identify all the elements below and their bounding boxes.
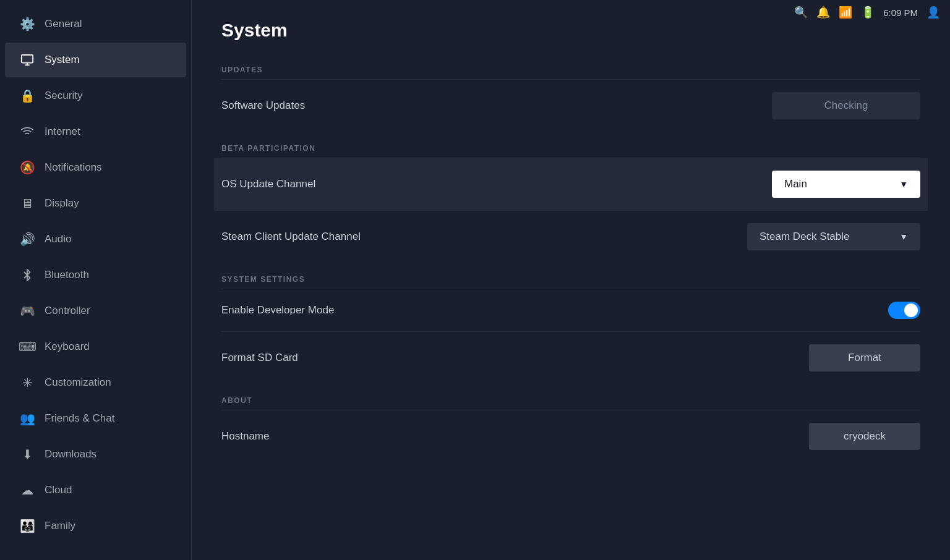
sidebar-item-label: Display [45, 197, 79, 210]
friends-icon: 👥 [20, 411, 35, 426]
page-title: System [221, 20, 920, 41]
bell-icon: 🔕 [20, 160, 35, 175]
sidebar-item-controller[interactable]: 🎮 Controller [5, 294, 186, 328]
sidebar-item-label: Bluetooth [45, 269, 89, 281]
steam-client-label: Steam Client Update Channel [221, 231, 361, 243]
sidebar-item-audio[interactable]: 🔊 Audio [5, 222, 186, 257]
sidebar-item-internet[interactable]: Internet [5, 114, 186, 149]
os-channel-label: OS Update Channel [221, 178, 315, 190]
bluetooth-icon [20, 268, 35, 282]
sidebar-item-label: Security [45, 90, 82, 102]
sidebar-item-label: Audio [45, 233, 71, 245]
steam-client-value: Steam Deck Stable [760, 231, 850, 243]
system-settings-header: SYSTEM SETTINGS [221, 268, 920, 289]
format-button[interactable]: Format [809, 344, 920, 371]
sidebar-item-security[interactable]: 🔒 Security [5, 78, 186, 113]
speaker-icon: 🔊 [20, 232, 35, 247]
customization-icon: ✳ [20, 375, 35, 390]
chevron-down-icon: ▼ [899, 179, 908, 189]
updates-section-header: UPDATES [221, 58, 920, 79]
sidebar-item-keyboard[interactable]: ⌨ Keyboard [5, 329, 186, 364]
checking-status: Checking [772, 92, 920, 119]
software-updates-row: Software Updates Checking [221, 80, 920, 132]
os-channel-dropdown[interactable]: Main ▼ [772, 171, 920, 198]
hostname-label: Hostname [221, 430, 269, 443]
developer-mode-label: Enable Developer Mode [221, 304, 334, 316]
hostname-row: Hostname cryodeck [221, 410, 920, 462]
system-settings-section: SYSTEM SETTINGS Enable Developer Mode Fo… [221, 268, 920, 384]
sidebar-item-label: Downloads [45, 448, 96, 460]
monitor-icon [20, 53, 35, 67]
os-channel-row: OS Update Channel Main ▼ [214, 158, 928, 211]
sidebar-item-label: General [45, 18, 82, 30]
sidebar-item-system[interactable]: System [5, 43, 186, 77]
format-sd-row: Format SD Card Format [221, 332, 920, 384]
download-icon: ⬇ [20, 447, 35, 462]
sidebar-item-label: Cloud [45, 484, 72, 496]
chevron-down-icon: ▼ [899, 232, 908, 242]
display-icon: 🖥 [20, 196, 35, 211]
format-sd-label: Format SD Card [221, 352, 298, 364]
about-section: ABOUT Hostname cryodeck [221, 389, 920, 462]
gear-icon: ⚙️ [20, 17, 35, 32]
sidebar-item-label: Controller [45, 305, 90, 317]
wifi-icon [20, 124, 35, 139]
sidebar-item-general[interactable]: ⚙️ General [5, 7, 186, 41]
lock-icon: 🔒 [20, 88, 35, 103]
sidebar-item-label: Keyboard [45, 341, 90, 353]
sidebar-item-downloads[interactable]: ⬇ Downloads [5, 437, 186, 472]
sidebar-item-label: Internet [45, 125, 80, 138]
developer-mode-toggle[interactable] [888, 302, 920, 319]
family-icon: 👨‍👩‍👧 [20, 519, 35, 533]
sidebar-item-label: System [45, 54, 80, 66]
hostname-value: cryodeck [809, 423, 920, 450]
steam-client-channel-row: Steam Client Update Channel Steam Deck S… [221, 211, 920, 263]
developer-mode-row: Enable Developer Mode [221, 289, 920, 332]
svg-rect-0 [22, 55, 33, 63]
sidebar-item-label: Notifications [45, 161, 102, 174]
keyboard-icon: ⌨ [20, 339, 35, 354]
sidebar-item-display[interactable]: 🖥 Display [5, 186, 186, 221]
sidebar-item-bluetooth[interactable]: Bluetooth [5, 258, 186, 292]
beta-section: BETA PARTICIPATION OS Update Channel Mai… [221, 137, 920, 263]
sidebar-item-label: Friends & Chat [45, 412, 114, 425]
about-section-header: ABOUT [221, 389, 920, 410]
sidebar-item-customization[interactable]: ✳ Customization [5, 365, 186, 400]
cloud-icon: ☁ [20, 483, 35, 498]
sidebar-item-family[interactable]: 👨‍👩‍👧 Family [5, 509, 186, 543]
sidebar-item-cloud[interactable]: ☁ Cloud [5, 473, 186, 507]
sidebar-item-label: Customization [45, 376, 111, 389]
steam-client-dropdown[interactable]: Steam Deck Stable ▼ [747, 223, 920, 250]
sidebar-item-friends[interactable]: 👥 Friends & Chat [5, 401, 186, 436]
controller-icon: 🎮 [20, 303, 35, 318]
os-channel-value: Main [784, 178, 807, 190]
sidebar-item-notifications[interactable]: 🔕 Notifications [5, 150, 186, 185]
updates-section: UPDATES Software Updates Checking [221, 58, 920, 132]
main-content: System UPDATES Software Updates Checking… [192, 0, 950, 560]
beta-section-header: BETA PARTICIPATION [221, 137, 920, 158]
software-updates-label: Software Updates [221, 100, 305, 112]
sidebar-item-label: Family [45, 520, 75, 532]
sidebar: ⚙️ General System 🔒 Security Internet 🔕 … [0, 0, 192, 560]
